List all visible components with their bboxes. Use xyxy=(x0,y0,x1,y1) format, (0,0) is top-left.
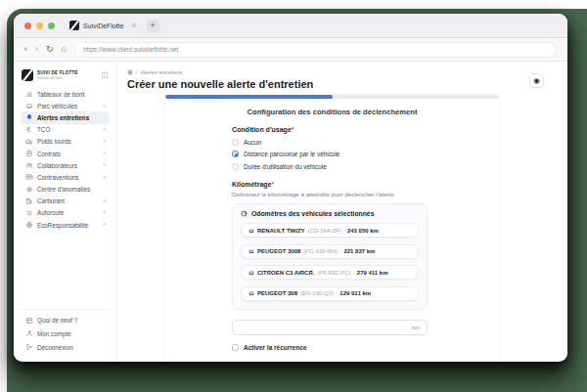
kilometrage-input-wrapper: km xyxy=(232,320,428,335)
bar-chart-icon xyxy=(24,90,33,98)
vehicle-name: RENAULT TWIZY xyxy=(257,228,305,234)
sidebar-item-carburant[interactable]: Carburant › xyxy=(21,196,110,207)
sidebar-item-label: Tableaux de bord xyxy=(37,91,84,98)
vehicle-plate: (FK-692-PC) : xyxy=(317,270,353,276)
car-icon xyxy=(248,228,254,234)
id-card-icon xyxy=(24,173,33,181)
grid-icon xyxy=(127,69,133,75)
target-icon: ◉ xyxy=(533,76,540,85)
forward-icon[interactable]: › xyxy=(35,45,38,54)
traffic-lights xyxy=(24,22,55,29)
sidebar-item-contrats[interactable]: Contrats › xyxy=(21,148,110,159)
gauge-icon xyxy=(241,210,248,217)
sidebar-item-ecoresponsabilite[interactable]: EcoResponsabilité › xyxy=(21,219,110,231)
checkbox-icon[interactable] xyxy=(232,344,239,351)
sidebar-item-label: Déconnexion xyxy=(37,344,73,351)
close-window-button[interactable] xyxy=(24,22,31,29)
sidebar-item-label: Collaborateurs xyxy=(37,162,77,169)
sidebar-item-poids-lourds[interactable]: Poids lourds › xyxy=(21,136,110,148)
chevron-right-icon: › xyxy=(104,103,107,110)
vehicle-odometer-row[interactable]: PEUGEOT 308 (EN-190-QJ) : 129 911 km xyxy=(241,286,419,301)
sidebar-item-contraventions[interactable]: Contraventions › xyxy=(21,171,110,183)
browser-tab[interactable]: SuiviDeFlotte xyxy=(69,21,136,30)
radio-option-distance[interactable]: Distance parcourue par le véhicule xyxy=(232,151,428,157)
vehicle-name: CITROEN C3 AIRCR. xyxy=(257,270,314,276)
alert-config-card: Configuration des conditions de déclench… xyxy=(165,95,499,362)
sidebar-item-label: Contraventions xyxy=(37,174,78,181)
radio-icon[interactable] xyxy=(232,139,239,146)
radio-option-duree[interactable]: Durée d'utilisation du véhicule xyxy=(232,163,428,170)
kilometrage-input[interactable] xyxy=(240,324,412,330)
home-icon[interactable]: ⌂ xyxy=(62,45,67,54)
sidebar-item-mon-compte[interactable]: Mon compte xyxy=(21,327,110,340)
people-icon xyxy=(24,161,33,169)
address-bar[interactable]: https://www.client.suivideflotte.net xyxy=(74,42,557,58)
vehicle-plate: (FC-436-RN) : xyxy=(303,248,340,254)
recurrence-label: Activer la récurrence xyxy=(244,344,307,351)
browser-window: SuiviDeFlotte + ‹ › ↻ ⌂ https://www.clie… xyxy=(14,14,567,362)
vehicle-odometer-value: 221 837 km xyxy=(343,248,375,254)
sidebar-item-label: TCO xyxy=(37,126,50,133)
reload-icon[interactable]: ↻ xyxy=(46,45,54,54)
vehicle-name: PEUGEOT 3008 xyxy=(257,248,300,254)
euro-icon: € xyxy=(24,126,33,133)
help-button[interactable]: ◉ xyxy=(529,73,544,88)
vehicle-odometer-row[interactable]: RENAULT TWIZY (CD-164-ZF) : 243 050 km xyxy=(241,223,419,238)
car-icon xyxy=(24,102,33,109)
chevron-right-icon: › xyxy=(104,174,107,182)
sidebar-item-autoroute[interactable]: Autoroute › xyxy=(21,207,110,219)
odometers-panel: Odomètres des véhicules sélectionnés REN… xyxy=(232,203,428,310)
vehicle-name: PEUGEOT 308 xyxy=(257,290,297,296)
sidebar-item-label: Alertes entretiens xyxy=(37,114,89,121)
back-icon[interactable]: ‹ xyxy=(24,45,27,54)
vehicle-odometer-value: 279 411 km xyxy=(357,270,388,276)
sidebar-item-parc-vehicules[interactable]: Parc véhicules › xyxy=(21,100,110,111)
card-title: Configuration des conditions de déclench… xyxy=(165,108,499,116)
breadcrumb-separator: / xyxy=(136,69,138,75)
radio-option-aucun[interactable]: Aucun xyxy=(232,139,428,146)
sidebar-item-collaborateurs[interactable]: Collaborateurs › xyxy=(21,159,110,171)
document-icon xyxy=(24,150,33,157)
minimize-window-button[interactable] xyxy=(36,22,43,29)
chevron-right-icon: › xyxy=(104,197,107,205)
recurrence-checkbox-row[interactable]: Activer la récurrence xyxy=(232,344,428,351)
chevron-right-icon: › xyxy=(104,138,107,146)
app-logo-icon xyxy=(22,69,33,81)
truck-icon xyxy=(24,138,33,146)
breadcrumb-section[interactable]: Alertes entretiens xyxy=(141,69,183,75)
whats-new-icon xyxy=(24,317,33,325)
vehicle-odometer-row[interactable]: PEUGEOT 3008 (FC-436-RN) : 221 837 km xyxy=(241,244,419,259)
sidebar-item-deconnexion[interactable]: Déconnexion xyxy=(21,340,110,354)
sidebar-footer: Quoi de neuf ? Mon compte Déconnexion xyxy=(21,309,110,354)
sidebar-item-label: Autoroute xyxy=(37,209,64,216)
sidebar-item-centre-anomalies[interactable]: Centre d'anomalies xyxy=(21,184,110,196)
app-logo-title: SUIVI DE FLOTTE xyxy=(37,70,78,75)
kilometrage-helper-text: Définissez le kilométrage à atteindre po… xyxy=(232,191,428,197)
radio-icon[interactable] xyxy=(232,163,239,170)
radio-selected-icon[interactable] xyxy=(232,151,239,157)
breadcrumb: / Alertes entretiens xyxy=(127,69,567,75)
sidebar-item-label: Parc véhicules xyxy=(37,103,77,109)
sidebar-item-tco[interactable]: € TCO › xyxy=(21,124,110,136)
sidebar-item-tableaux-de-bord[interactable]: Tableaux de bord xyxy=(21,88,110,100)
zoom-window-button[interactable] xyxy=(48,22,55,29)
sidebar-item-alertes-entretiens[interactable]: Alertes entretiens xyxy=(21,111,110,123)
sidebar-item-quoi-de-neuf[interactable]: Quoi de neuf ? xyxy=(21,314,110,327)
vehicle-plate: (EN-190-QJ) : xyxy=(300,290,337,296)
app-logo-subtitle: Gestion de flotte xyxy=(37,76,78,80)
vehicle-odometer-row[interactable]: CITROEN C3 AIRCR. (FK-692-PC) : 279 411 … xyxy=(241,265,419,280)
sidebar: SUIVI DE FLOTTE Gestion de flotte Tablea… xyxy=(14,62,117,361)
bell-icon xyxy=(24,113,33,121)
app-logo[interactable]: SUIVI DE FLOTTE Gestion de flotte xyxy=(22,69,109,81)
apps-grid-icon[interactable] xyxy=(101,71,109,79)
sidebar-item-label: Quoi de neuf ? xyxy=(37,317,77,324)
url-text: https://www.client.suivideflotte.net xyxy=(83,46,178,53)
logout-icon xyxy=(24,343,33,351)
tab-close-icon[interactable] xyxy=(132,23,136,27)
odometers-panel-header: Odomètres des véhicules sélectionnés xyxy=(241,210,419,217)
browser-urlbar: ‹ › ↻ ⌂ https://www.client.suivideflotte… xyxy=(14,38,567,62)
new-tab-button[interactable]: + xyxy=(147,20,159,32)
usage-condition-label: Condition d'usage* xyxy=(232,126,428,133)
required-marker: * xyxy=(271,181,274,188)
sidebar-item-label: Centre d'anomalies xyxy=(37,186,90,193)
